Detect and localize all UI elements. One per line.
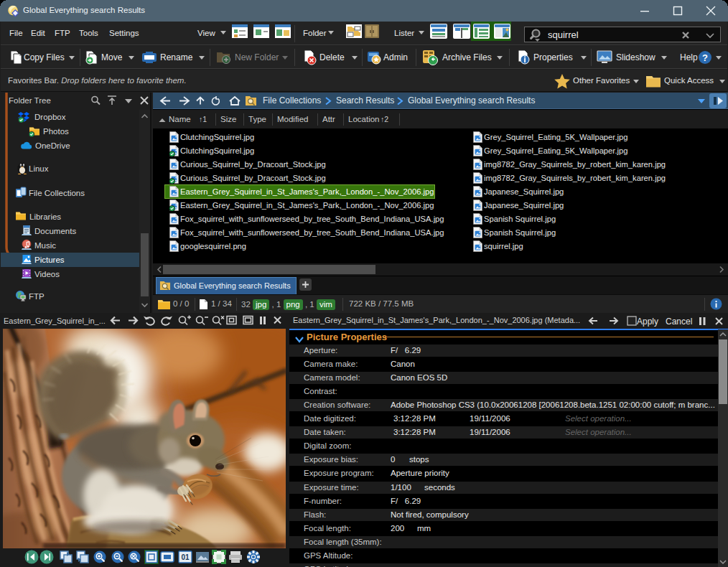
svg-text:?: ? xyxy=(702,52,708,63)
svg-text:01: 01 xyxy=(181,553,190,561)
